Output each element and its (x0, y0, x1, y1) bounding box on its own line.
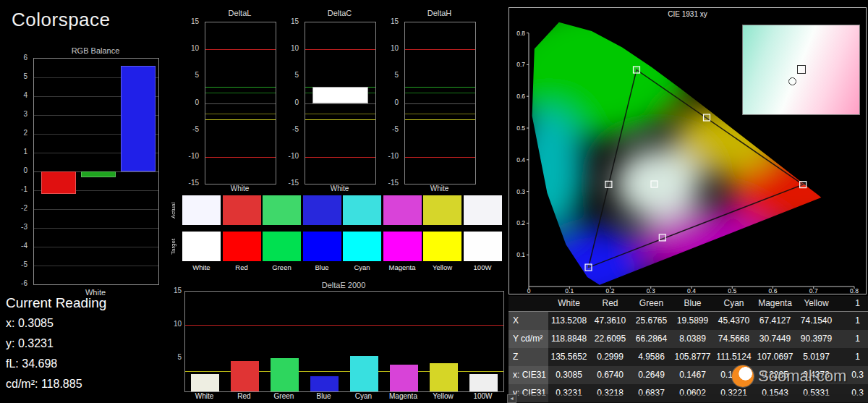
delta-y-tick-label: 0 (177, 98, 199, 106)
current-reading-panel: Current Reading x: 0.3085 y: 0.3231 fL: … (6, 295, 106, 398)
current-reading-title: Current Reading (6, 295, 106, 311)
inset-circle-marker (788, 77, 796, 85)
table-row-label: Z (509, 348, 548, 366)
table-cell: 0.2999 (590, 348, 631, 366)
swatch-row-label-actual: Actual (170, 195, 179, 225)
delta-y-tick-label: 10 (277, 44, 299, 52)
delta-y-axis-labels: 151050-5-10-15 (177, 22, 202, 183)
measurement-table: WhiteRedGreenBlueCyanMagentaYellow1X113.… (509, 296, 868, 403)
table-cell: 118.8848 (548, 330, 590, 348)
deltae-x-tick-label: 100W (463, 392, 503, 400)
scroll-track[interactable] (516, 394, 868, 403)
cie-x-tick-label: 0 (527, 287, 531, 294)
table-cell: 1 (837, 330, 868, 348)
cie-x-tick-label: 0.6 (769, 287, 778, 294)
delta-chart-deltal: DeltaL151050-5-10-15White (177, 9, 275, 192)
rgb-y-tick-label: 1 (1, 148, 27, 156)
deltae-x-tick-label: Green (264, 392, 304, 400)
deltae-x-tick-label: Red (224, 392, 264, 400)
cie-title: CIE 1931 xy (509, 10, 866, 18)
deltae-y-tick-label: 15 (170, 287, 182, 294)
table-header-cell: 1 (837, 296, 868, 311)
delta-limit-line (205, 157, 276, 158)
delta-chart-title: DeltaH (404, 9, 475, 17)
swatch-column-label: 100W (464, 263, 502, 271)
reading-cdm2: cd/m²: 118.885 (6, 378, 106, 391)
swatch-column-label: Yellow (423, 263, 461, 271)
table-cell: 0.6740 (590, 366, 631, 384)
table-header-cell: Red (590, 296, 631, 311)
swatch-target-green (263, 232, 301, 261)
swatch-column-label: Green (263, 263, 301, 271)
delta-limit-line (305, 119, 375, 120)
rgb-bar-green (81, 171, 116, 177)
swatch-target-blue (303, 232, 341, 261)
table-header-cell (509, 296, 548, 311)
delta-plot-area (404, 22, 476, 184)
delta-x-axis-label: White (305, 184, 375, 192)
table-cell: 0.1963 (713, 366, 754, 384)
delta-chart-deltah: DeltaH151050-5-10-15White (377, 9, 475, 192)
rgb-y-tick-label: 0 (1, 166, 27, 174)
table-cell: 67.4127 (754, 312, 796, 330)
deltae-y-axis-labels: 15105 (169, 291, 183, 392)
delta-plot-area (205, 22, 276, 184)
rgb-y-tick-label: 5 (1, 72, 27, 80)
delta-limit-line (405, 119, 475, 120)
table-header-cell: Green (631, 296, 672, 311)
page-title: Colorspace (12, 9, 111, 31)
swatch-actual-cyan (343, 195, 381, 225)
table-cell: 0.3 (837, 366, 868, 384)
rgb-y-tick-label: 2 (1, 129, 27, 137)
deltae-plot-area (184, 291, 504, 392)
deltae-bar-blue (310, 376, 339, 391)
cie-point-blue (585, 264, 592, 271)
cie-x-tick-label: 0.5 (728, 287, 736, 294)
swatch-row-label-target: Target (170, 232, 179, 261)
swatch-column-label: Red (223, 263, 261, 271)
deltae-title: DeltaE 2000 (184, 281, 503, 289)
delta-limit-line (205, 114, 276, 114)
table-horizontal-scrollbar[interactable]: ◄ (507, 394, 868, 403)
delta-charts-group: DeltaL151050-5-10-15WhiteDeltaC151050-5-… (169, 0, 507, 192)
cie-point-white (651, 181, 658, 187)
scroll-left-button[interactable]: ◄ (507, 394, 516, 403)
rgb-gridline (34, 228, 158, 229)
deltae-y-tick-label: 10 (170, 320, 182, 328)
rgb-y-tick-label: -2 (1, 204, 27, 212)
delta-y-tick-label: -10 (377, 152, 399, 160)
rgb-y-tick-label: -6 (1, 279, 27, 287)
table-cell: 8.0389 (672, 330, 713, 348)
rgb-y-tick-label: 6 (1, 54, 27, 61)
delta-y-tick-label: -5 (377, 125, 399, 133)
swatch-target-100w (464, 232, 502, 261)
delta-limit-line (205, 119, 276, 120)
cie-x-tick-label: 0.1 (565, 287, 574, 294)
white-point-inset (742, 25, 860, 115)
deltae-x-tick-label: White (184, 392, 224, 400)
deltae-x-tick-label: Cyan (344, 392, 383, 400)
delta-limit-line (305, 114, 375, 114)
table-cell: 74.5668 (713, 330, 754, 348)
deltae-x-tick-label: Magenta (383, 392, 423, 400)
table-cell: 113.5208 (548, 312, 590, 330)
table-row-label: x: CIE31 (509, 366, 548, 384)
table-cell: 0.1467 (672, 366, 713, 384)
swatch-target-red (223, 232, 261, 261)
swatch-actual-red (223, 195, 261, 225)
table-row: X113.520847.361025.676519.589945.437067.… (509, 312, 868, 330)
rgb-bar-blue (121, 66, 156, 171)
delta-y-tick-label: -5 (177, 125, 199, 133)
swatch-actual-blue (303, 195, 341, 225)
cie-diagram-panel: CIE 1931 xy (509, 7, 867, 294)
delta-y-tick-label: 10 (377, 44, 399, 52)
delta-y-tick-label: 15 (277, 17, 299, 25)
swatch-column-label: White (182, 263, 221, 271)
rgb-bar-red (41, 171, 76, 194)
table-cell: 74.1540 (796, 312, 837, 330)
delta-y-tick-label: -15 (377, 179, 399, 187)
cie-y-tick-label: 0.4 (516, 156, 525, 164)
table-cell: 0.2649 (631, 366, 672, 384)
cie-x-tick-label: 0.7 (809, 287, 818, 294)
rgb-gridline (34, 266, 158, 266)
